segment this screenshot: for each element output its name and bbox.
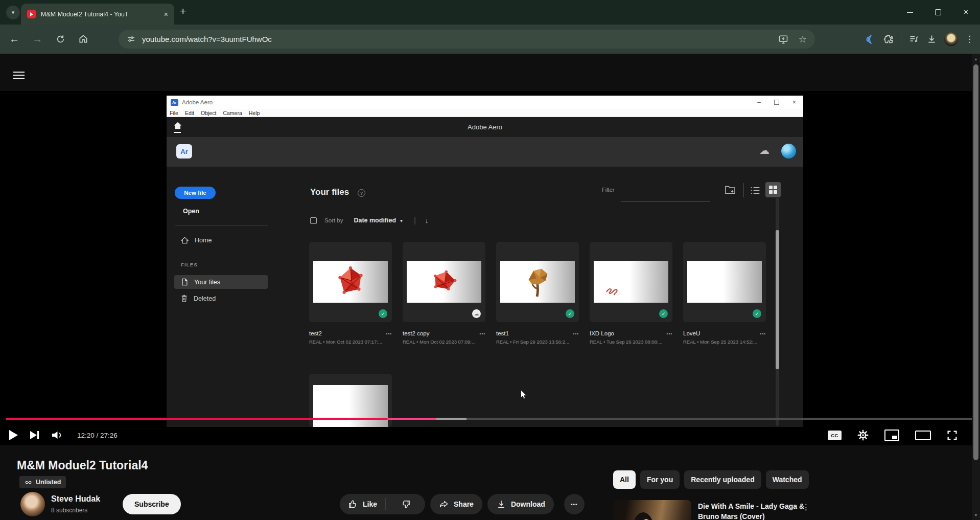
play-button[interactable] [9,430,18,440]
window-minimize-button[interactable] [896,0,924,25]
extensions-icon[interactable] [883,34,894,44]
window-controls: × [896,0,980,25]
download-button[interactable]: Download [487,494,554,514]
file-thumbnail [313,261,388,303]
scrollbar-down-arrow[interactable]: ▼ [972,511,980,519]
chip-watched[interactable]: Watched [766,470,809,489]
video-player-surface[interactable]: Ar Adobe Aero – × File Edit Object Camer… [0,91,980,445]
file-thumbnail [313,385,388,427]
file-card: ✓ [590,242,672,322]
tab-search-button[interactable]: ▾ [6,6,20,19]
thumbs-up-icon[interactable] [348,499,358,509]
page-scrollbar[interactable]: ▲ ▼ [972,54,980,520]
related-video-title[interactable]: Die With A Smile - Lady Gaga & Bruno Mar… [698,501,805,520]
aero-sidebar-divider [175,225,268,226]
scrollbar-thumb[interactable] [973,64,978,460]
settings-gear-button[interactable] [857,429,869,441]
window-close-button[interactable]: × [952,0,980,25]
next-button[interactable] [30,431,39,439]
chip-recently-uploaded[interactable]: Recently uploaded [684,470,761,489]
new-tab-button[interactable]: + [180,5,186,17]
select-all-checkbox [310,217,317,224]
new-folder-icon [725,185,736,195]
guide-menu-button[interactable] [13,70,25,81]
bookmark-star-icon[interactable]: ☆ [799,35,807,44]
volume-button[interactable] [51,429,64,441]
check-icon: ✓ [755,311,759,316]
browser-menu-icon[interactable]: ⋮ [965,35,974,43]
check-icon: ✓ [381,311,385,316]
filter-label: Filter [602,187,614,193]
channel-avatar[interactable] [20,492,45,516]
aero-sidebar-home-label: Home [195,237,212,244]
file-more-icon: ••• [573,331,579,336]
aero-brand-row: Ar ☁ [167,137,803,167]
subtitles-cc-button[interactable]: CC [828,431,842,440]
home-button[interactable] [74,30,92,48]
channel-name[interactable]: Steve Hudak [51,494,100,504]
browser-tab[interactable]: M&M Moduel2 Tutorial4 - YouT × [21,4,174,25]
like-label[interactable]: Like [363,500,377,508]
install-app-icon[interactable] [778,34,788,44]
share-button[interactable]: Share [430,494,482,514]
browser-toolbar: ← → youtube.com/watch?v=3uumtFUhwOc ☆ [0,25,980,54]
tab-close-icon[interactable]: × [164,11,168,18]
miniplayer-button[interactable] [884,429,899,441]
dislike-button[interactable] [386,499,425,509]
scrollbar-up-arrow[interactable]: ▲ [972,55,980,63]
aero-account-avatar [781,144,796,159]
theater-mode-button[interactable] [915,431,931,440]
chevron-down-icon: ▾ [12,9,15,16]
red-scribble-art [605,284,622,296]
aero-app-icon: Ar [171,99,178,106]
home-icon [78,34,88,44]
sort-divider: | [414,216,416,224]
back-button[interactable]: ← [5,30,24,48]
download-icon [496,499,506,509]
visibility-badge: Unlisted [19,476,66,488]
aero-menubar: File Edit Object Camera Help [167,109,803,117]
aero-scrollbar-thumb [776,230,779,369]
cloud-sync-icon: ☁ [759,144,769,156]
check-icon: ✓ [568,311,572,316]
progress-played-gradient [387,418,436,420]
address-bar[interactable]: youtube.com/watch?v=3uumtFUhwOc ☆ [119,30,815,49]
home-outline-icon [181,237,189,244]
downloads-icon[interactable] [926,34,937,44]
browser-profile-avatar[interactable] [944,32,958,46]
filter-input-underline [621,201,710,201]
aero-open-button: Open [183,208,199,215]
aero-restore-icon [774,100,779,105]
synced-check-badge: ✓ [379,309,387,318]
minimize-icon [907,12,913,13]
reading-mode-icon[interactable] [865,34,876,45]
forward-button[interactable]: → [28,30,46,48]
cloud-icon: ☁ [474,311,479,316]
subscribe-button[interactable]: Subscribe [123,494,181,514]
file-name: test2 [309,330,322,336]
chip-all[interactable]: All [613,470,636,489]
view-toggle-divider [743,183,744,197]
media-controls-icon[interactable] [908,34,919,44]
window-restore-button[interactable] [924,0,952,25]
browser-window: ▾ M&M Moduel2 Tutorial4 - YouT × + × ← → [0,0,980,520]
progress-buffered [436,418,466,420]
file-thumbnail [687,261,762,303]
related-title-line1: Die With A Smile - Lady Gaga & [698,501,805,511]
chip-for-you[interactable]: For you [640,470,680,489]
progress-bar[interactable] [0,418,980,420]
file-meta: REAL • Fri Sep 29 2023 13:56:2... [496,339,579,345]
aero-titlebar: Ar Adobe Aero – × [167,96,803,109]
synced-check-badge: ✓ [753,309,761,318]
file-more-icon: ••• [667,331,672,336]
file-card: ☁ [403,242,485,322]
reload-button[interactable] [51,30,69,48]
file-item: ✓ IXD Logo••• REAL • Tue Sep 26 2023 08:… [590,242,672,345]
related-video-menu-icon[interactable]: ⋮ [802,503,810,512]
more-actions-button[interactable]: ••• [564,494,585,514]
share-label: Share [454,500,474,508]
fullscreen-button[interactable] [947,430,958,441]
related-video-thumbnail[interactable] [614,500,691,520]
sort-row: Sort by Date modified ▾ | ↓ [310,215,428,226]
file-name: test2 copy [403,330,429,336]
